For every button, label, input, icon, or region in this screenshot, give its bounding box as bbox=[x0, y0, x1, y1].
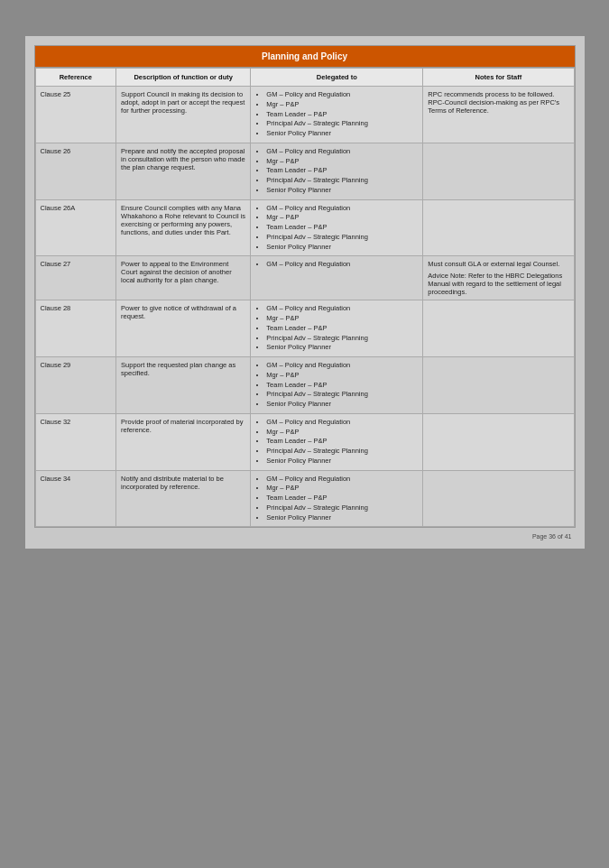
table-header-row: Reference Description of function or dut… bbox=[35, 69, 574, 87]
list-item: GM – Policy and Regulation bbox=[266, 204, 418, 213]
list-item: Mgr – P&P bbox=[266, 314, 418, 323]
list-item: GM – Policy and Regulation bbox=[266, 147, 418, 156]
cell-notes bbox=[423, 470, 574, 527]
list-item: Mgr – P&P bbox=[266, 100, 418, 109]
cell-notes bbox=[423, 357, 574, 414]
cell-delegated: GM – Policy and RegulationMgr – P&PTeam … bbox=[251, 143, 423, 199]
cell-reference: Clause 34 bbox=[35, 470, 116, 527]
cell-delegated: GM – Policy and RegulationMgr – P&PTeam … bbox=[251, 413, 423, 470]
cell-reference: Clause 26A bbox=[35, 199, 116, 256]
cell-delegated: GM – Policy and RegulationMgr – P&PTeam … bbox=[251, 300, 423, 357]
cell-notes: Must consult GLA or external legal Couns… bbox=[423, 256, 574, 300]
cell-delegated: GM – Policy and Regulation bbox=[251, 256, 423, 300]
list-item: Principal Adv – Strategic Planning bbox=[266, 176, 418, 185]
cell-delegated: GM – Policy and RegulationMgr – P&PTeam … bbox=[251, 199, 423, 256]
list-item: Senior Policy Planner bbox=[266, 513, 418, 522]
list-item: Senior Policy Planner bbox=[266, 186, 418, 195]
list-item: Senior Policy Planner bbox=[266, 343, 418, 352]
header-description: Description of function or duty bbox=[116, 69, 251, 87]
cell-delegated: GM – Policy and RegulationMgr – P&PTeam … bbox=[251, 470, 423, 527]
cell-notes bbox=[423, 413, 574, 470]
list-item: Principal Adv – Strategic Planning bbox=[266, 334, 418, 343]
list-item: Team Leader – P&P bbox=[266, 494, 418, 503]
cell-description: Support Council in making its decision t… bbox=[116, 87, 251, 143]
list-item: Principal Adv – Strategic Planning bbox=[266, 119, 418, 128]
cell-delegated: GM – Policy and RegulationMgr – P&PTeam … bbox=[251, 357, 423, 414]
table-wrapper: Planning and Policy Reference Descriptio… bbox=[34, 45, 576, 528]
list-item: Team Leader – P&P bbox=[266, 223, 418, 232]
list-item: Mgr – P&P bbox=[266, 484, 418, 493]
header-reference: Reference bbox=[35, 69, 116, 87]
cell-reference: Clause 29 bbox=[35, 357, 116, 414]
cell-description: Prepare and notify the accepted proposal… bbox=[116, 143, 251, 199]
list-item: Mgr – P&P bbox=[266, 371, 418, 380]
page: Planning and Policy Reference Descriptio… bbox=[25, 36, 585, 549]
table-row: Clause 29Support the requested plan chan… bbox=[35, 357, 574, 414]
cell-reference: Clause 27 bbox=[35, 256, 116, 300]
page-number: Page 36 of 41 bbox=[34, 533, 576, 540]
list-item: Principal Adv – Strategic Planning bbox=[266, 447, 418, 456]
table-row: Clause 32Provide proof of material incor… bbox=[35, 413, 574, 470]
table-row: Clause 25Support Council in making its d… bbox=[35, 87, 574, 143]
list-item: Principal Adv – Strategic Planning bbox=[266, 390, 418, 399]
list-item: GM – Policy and Regulation bbox=[266, 418, 418, 427]
list-item: Principal Adv – Strategic Planning bbox=[266, 503, 418, 512]
cell-description: Provide proof of material incorporated b… bbox=[116, 413, 251, 470]
list-item: Senior Policy Planner bbox=[266, 457, 418, 466]
cell-description: Ensure Council complies with any Mana Wh… bbox=[116, 199, 251, 256]
list-item: Team Leader – P&P bbox=[266, 381, 418, 390]
list-item: GM – Policy and Regulation bbox=[266, 260, 418, 269]
header-notes: Notes for Staff bbox=[423, 69, 574, 87]
list-item: GM – Policy and Regulation bbox=[266, 475, 418, 484]
table-row: Clause 27Power to appeal to the Environm… bbox=[35, 256, 574, 300]
list-item: GM – Policy and Regulation bbox=[266, 90, 418, 99]
list-item: Senior Policy Planner bbox=[266, 243, 418, 252]
main-table: Reference Description of function or dut… bbox=[35, 68, 575, 527]
table-row: Clause 34Notify and distribute material … bbox=[35, 470, 574, 527]
table-row: Clause 26Prepare and notify the accepted… bbox=[35, 143, 574, 199]
cell-description: Power to give notice of withdrawal of a … bbox=[116, 300, 251, 357]
list-item: Mgr – P&P bbox=[266, 213, 418, 222]
list-item: Senior Policy Planner bbox=[266, 129, 418, 138]
list-item: GM – Policy and Regulation bbox=[266, 361, 418, 370]
list-item: Principal Adv – Strategic Planning bbox=[266, 233, 418, 242]
cell-description: Power to appeal to the Environment Court… bbox=[116, 256, 251, 300]
cell-reference: Clause 32 bbox=[35, 413, 116, 470]
table-title: Planning and Policy bbox=[35, 46, 575, 68]
list-item: Team Leader – P&P bbox=[266, 324, 418, 333]
cell-notes bbox=[423, 143, 574, 199]
cell-description: Notify and distribute material to be inc… bbox=[116, 470, 251, 527]
list-item: Team Leader – P&P bbox=[266, 166, 418, 175]
cell-reference: Clause 28 bbox=[35, 300, 116, 357]
cell-description: Support the requested plan change as spe… bbox=[116, 357, 251, 414]
table-row: Clause 26AEnsure Council complies with a… bbox=[35, 199, 574, 256]
list-item: GM – Policy and Regulation bbox=[266, 304, 418, 313]
table-row: Clause 28Power to give notice of withdra… bbox=[35, 300, 574, 357]
cell-notes bbox=[423, 300, 574, 357]
cell-reference: Clause 26 bbox=[35, 143, 116, 199]
list-item: Team Leader – P&P bbox=[266, 110, 418, 119]
list-item: Mgr – P&P bbox=[266, 428, 418, 437]
cell-notes: RPC recommends process to be followed. R… bbox=[423, 87, 574, 143]
cell-delegated: GM – Policy and RegulationMgr – P&PTeam … bbox=[251, 87, 423, 143]
cell-notes bbox=[423, 199, 574, 256]
list-item: Senior Policy Planner bbox=[266, 400, 418, 409]
list-item: Team Leader – P&P bbox=[266, 437, 418, 446]
cell-reference: Clause 25 bbox=[35, 87, 116, 143]
header-delegated: Delegated to bbox=[251, 69, 423, 87]
list-item: Mgr – P&P bbox=[266, 157, 418, 166]
